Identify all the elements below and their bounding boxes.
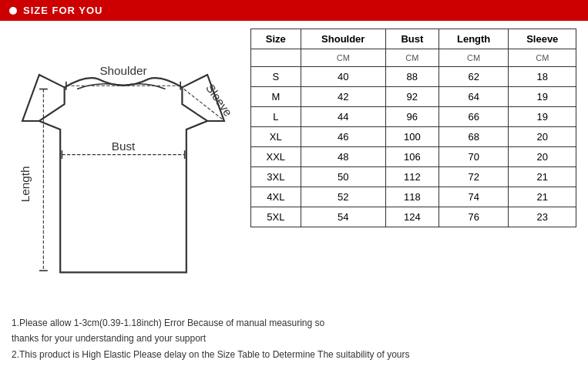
- table-cell: 124: [385, 207, 438, 227]
- table-cell: 23: [509, 207, 576, 227]
- table-row: 3XL501127221: [251, 167, 576, 187]
- table-cell: 40: [301, 67, 385, 87]
- table-cell: 76: [438, 207, 509, 227]
- table-cell: 48: [301, 147, 385, 167]
- size-table: Size Shoulder Bust Length Sleeve CM CM C…: [250, 29, 576, 227]
- table-row: S40886218: [251, 67, 576, 87]
- table-cell: 50: [301, 167, 385, 187]
- table-cell: 18: [509, 67, 576, 87]
- table-cell: 92: [385, 87, 438, 107]
- col-sleeve: Sleeve: [509, 29, 576, 49]
- table-cell: 52: [301, 187, 385, 207]
- table-cell: 5XL: [251, 207, 301, 227]
- table-cell: 20: [509, 147, 576, 167]
- table-cell: L: [251, 107, 301, 127]
- table-cell: 88: [385, 67, 438, 87]
- table-cell: 72: [438, 167, 509, 187]
- note-1: 1.Please allow 1-3cm(0.39-1.18inch) Erro…: [12, 315, 576, 331]
- header-title: SIZE FOR YOU: [23, 5, 103, 16]
- table-cell: 118: [385, 187, 438, 207]
- svg-text:Bust: Bust: [112, 140, 136, 153]
- table-cell: 42: [301, 87, 385, 107]
- footer-notes: 1.Please allow 1-3cm(0.39-1.18inch) Erro…: [0, 306, 588, 368]
- table-row: 5XL541247623: [251, 207, 576, 227]
- unit-size: [251, 49, 301, 67]
- table-row: M42926419: [251, 87, 576, 107]
- svg-text:Shoulder: Shoulder: [99, 64, 146, 77]
- table-cell: 74: [438, 187, 509, 207]
- unit-bust: CM: [385, 49, 438, 67]
- table-cell: 21: [509, 167, 576, 187]
- table-cell: 112: [385, 167, 438, 187]
- table-cell: 100: [385, 127, 438, 147]
- table-cell: M: [251, 87, 301, 107]
- unit-shoulder: CM: [301, 49, 385, 67]
- table-cell: 64: [438, 87, 509, 107]
- main-content: Shoulder Bust Length Sleeve: [0, 29, 588, 306]
- svg-text:Length: Length: [18, 166, 32, 202]
- table-cell: S: [251, 67, 301, 87]
- table-cell: 66: [438, 107, 509, 127]
- tshirt-diagram: Shoulder Bust Length Sleeve: [12, 29, 235, 306]
- size-table-container: Size Shoulder Bust Length Sleeve CM CM C…: [250, 29, 576, 306]
- header-dot: [9, 7, 17, 15]
- col-bust: Bust: [385, 29, 438, 49]
- table-row: XL461006820: [251, 127, 576, 147]
- note-2: thanks for your understanding and your s…: [12, 331, 576, 346]
- table-cell: 44: [301, 107, 385, 127]
- table-cell: 3XL: [251, 167, 301, 187]
- table-cell: 19: [509, 87, 576, 107]
- table-cell: 96: [385, 107, 438, 127]
- unit-length: CM: [438, 49, 509, 67]
- col-size: Size: [251, 29, 301, 49]
- col-length: Length: [438, 29, 509, 49]
- table-cell: 20: [509, 127, 576, 147]
- table-cell: 54: [301, 207, 385, 227]
- header-bar: SIZE FOR YOU: [0, 0, 588, 21]
- table-cell: XXL: [251, 147, 301, 167]
- table-cell: 19: [509, 107, 576, 127]
- col-shoulder: Shoulder: [301, 29, 385, 49]
- unit-sleeve: CM: [509, 49, 576, 67]
- table-cell: 46: [301, 127, 385, 147]
- table-row: L44966619: [251, 107, 576, 127]
- table-cell: 106: [385, 147, 438, 167]
- table-cell: 68: [438, 127, 509, 147]
- table-cell: XL: [251, 127, 301, 147]
- note-3: 2.This product is High Elastic Please de…: [12, 347, 576, 362]
- table-cell: 21: [509, 187, 576, 207]
- table-cell: 62: [438, 67, 509, 87]
- table-cell: 70: [438, 147, 509, 167]
- table-row: XXL481067020: [251, 147, 576, 167]
- table-row: 4XL521187421: [251, 187, 576, 207]
- table-cell: 4XL: [251, 187, 301, 207]
